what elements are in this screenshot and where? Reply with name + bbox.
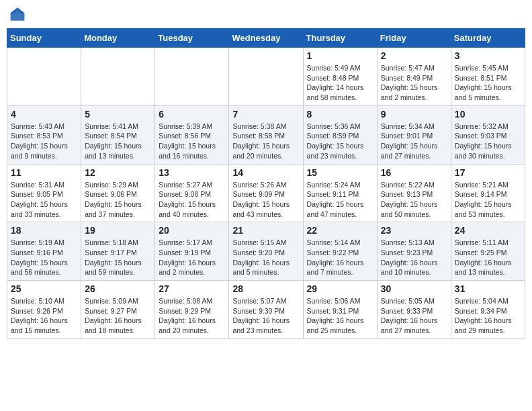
- day-number: 6: [159, 109, 225, 120]
- calendar-cell: [81, 48, 155, 106]
- day-number: 30: [381, 283, 447, 294]
- day-info: Sunrise: 5:22 AMSunset: 9:13 PMDaylight:…: [381, 180, 447, 220]
- day-info: Sunrise: 5:11 AMSunset: 9:25 PMDaylight:…: [455, 238, 521, 277]
- day-info: Sunrise: 5:34 AMSunset: 9:01 PMDaylight:…: [381, 122, 447, 161]
- day-number: 25: [11, 283, 77, 294]
- day-number: 4: [11, 109, 77, 120]
- weekday-header: Saturday: [451, 29, 525, 48]
- day-info: Sunrise: 5:49 AMSunset: 8:48 PMDaylight:…: [307, 63, 373, 103]
- day-number: 9: [381, 109, 447, 120]
- day-info: Sunrise: 5:41 AMSunset: 8:54 PMDaylight:…: [85, 122, 151, 161]
- weekday-header: Wednesday: [229, 29, 303, 48]
- calendar-cell: 26Sunrise: 5:09 AMSunset: 9:27 PMDayligh…: [81, 281, 155, 339]
- calendar-cell: 16Sunrise: 5:22 AMSunset: 9:13 PMDayligh…: [377, 164, 451, 222]
- day-number: 20: [159, 225, 225, 236]
- calendar-cell: 29Sunrise: 5:06 AMSunset: 9:31 PMDayligh…: [303, 281, 377, 339]
- day-info: Sunrise: 5:18 AMSunset: 9:17 PMDaylight:…: [85, 238, 151, 277]
- day-number: 2: [381, 50, 447, 61]
- day-number: 5: [85, 109, 151, 120]
- calendar-cell: [7, 48, 81, 106]
- day-number: 7: [232, 109, 299, 120]
- day-info: Sunrise: 5:26 AMSunset: 9:09 PMDaylight:…: [232, 180, 299, 220]
- day-info: Sunrise: 5:29 AMSunset: 9:06 PMDaylight:…: [85, 180, 151, 220]
- day-number: 16: [381, 167, 447, 178]
- day-info: Sunrise: 5:31 AMSunset: 9:05 PMDaylight:…: [11, 180, 77, 220]
- calendar-cell: 28Sunrise: 5:07 AMSunset: 9:30 PMDayligh…: [229, 281, 303, 339]
- calendar-cell: 6Sunrise: 5:39 AMSunset: 8:56 PMDaylight…: [155, 105, 229, 164]
- day-info: Sunrise: 5:36 AMSunset: 8:59 PMDaylight:…: [307, 122, 373, 161]
- weekday-header: Friday: [377, 29, 451, 48]
- day-number: 18: [11, 225, 77, 236]
- day-info: Sunrise: 5:13 AMSunset: 9:23 PMDaylight:…: [381, 238, 447, 277]
- calendar-cell: 13Sunrise: 5:27 AMSunset: 9:08 PMDayligh…: [155, 164, 229, 222]
- calendar-cell: 7Sunrise: 5:38 AMSunset: 8:58 PMDaylight…: [229, 105, 303, 164]
- day-number: 23: [381, 225, 447, 236]
- day-number: 17: [455, 167, 521, 178]
- weekday-header-row: SundayMondayTuesdayWednesdayThursdayFrid…: [7, 29, 525, 48]
- calendar-cell: 2Sunrise: 5:47 AMSunset: 8:49 PMDaylight…: [377, 48, 451, 106]
- calendar-cell: 14Sunrise: 5:26 AMSunset: 9:09 PMDayligh…: [229, 164, 303, 222]
- day-info: Sunrise: 5:15 AMSunset: 9:20 PMDaylight:…: [232, 238, 299, 277]
- calendar-cell: 21Sunrise: 5:15 AMSunset: 9:20 PMDayligh…: [229, 222, 303, 281]
- calendar-week-row: 4Sunrise: 5:43 AMSunset: 8:53 PMDaylight…: [7, 105, 525, 164]
- day-number: 19: [85, 225, 151, 236]
- day-info: Sunrise: 5:19 AMSunset: 9:16 PMDaylight:…: [11, 238, 77, 277]
- calendar-cell: 9Sunrise: 5:34 AMSunset: 9:01 PMDaylight…: [377, 105, 451, 164]
- calendar-cell: 25Sunrise: 5:10 AMSunset: 9:26 PMDayligh…: [7, 281, 81, 339]
- day-number: 21: [232, 225, 299, 236]
- day-info: Sunrise: 5:08 AMSunset: 9:29 PMDaylight:…: [159, 296, 225, 336]
- calendar-cell: 20Sunrise: 5:17 AMSunset: 9:19 PMDayligh…: [155, 222, 229, 281]
- weekday-header: Monday: [81, 29, 155, 48]
- weekday-header: Sunday: [7, 29, 81, 48]
- day-number: 14: [232, 167, 299, 178]
- calendar-cell: 15Sunrise: 5:24 AMSunset: 9:11 PMDayligh…: [303, 164, 377, 222]
- calendar-cell: 17Sunrise: 5:21 AMSunset: 9:14 PMDayligh…: [451, 164, 525, 222]
- day-number: 28: [232, 283, 299, 294]
- day-number: 22: [307, 225, 373, 236]
- day-number: 15: [307, 167, 373, 178]
- page-header: [7, 7, 525, 23]
- logo: [9, 7, 31, 23]
- day-info: Sunrise: 5:14 AMSunset: 9:22 PMDaylight:…: [307, 238, 373, 277]
- day-info: Sunrise: 5:45 AMSunset: 8:51 PMDaylight:…: [455, 63, 521, 103]
- day-number: 31: [455, 283, 521, 294]
- calendar-cell: 3Sunrise: 5:45 AMSunset: 8:51 PMDaylight…: [451, 48, 525, 106]
- calendar-cell: 12Sunrise: 5:29 AMSunset: 9:06 PMDayligh…: [81, 164, 155, 222]
- calendar-cell: 31Sunrise: 5:04 AMSunset: 9:34 PMDayligh…: [451, 281, 525, 339]
- day-number: 24: [455, 225, 521, 236]
- calendar-cell: 24Sunrise: 5:11 AMSunset: 9:25 PMDayligh…: [451, 222, 525, 281]
- day-number: 10: [455, 109, 521, 120]
- day-info: Sunrise: 5:47 AMSunset: 8:49 PMDaylight:…: [381, 63, 447, 103]
- calendar-cell: 4Sunrise: 5:43 AMSunset: 8:53 PMDaylight…: [7, 105, 81, 164]
- day-number: 1: [307, 50, 373, 61]
- day-info: Sunrise: 5:07 AMSunset: 9:30 PMDaylight:…: [232, 296, 299, 336]
- calendar-table: SundayMondayTuesdayWednesdayThursdayFrid…: [7, 28, 525, 339]
- day-number: 27: [159, 283, 225, 294]
- day-info: Sunrise: 5:05 AMSunset: 9:33 PMDaylight:…: [381, 296, 447, 336]
- day-info: Sunrise: 5:17 AMSunset: 9:19 PMDaylight:…: [159, 238, 225, 277]
- day-number: 11: [11, 167, 77, 178]
- day-info: Sunrise: 5:38 AMSunset: 8:58 PMDaylight:…: [232, 122, 299, 161]
- calendar-cell: 23Sunrise: 5:13 AMSunset: 9:23 PMDayligh…: [377, 222, 451, 281]
- day-info: Sunrise: 5:24 AMSunset: 9:11 PMDaylight:…: [307, 180, 373, 220]
- calendar-cell: 27Sunrise: 5:08 AMSunset: 9:29 PMDayligh…: [155, 281, 229, 339]
- calendar-cell: [155, 48, 229, 106]
- day-number: 13: [159, 167, 225, 178]
- calendar-cell: 19Sunrise: 5:18 AMSunset: 9:17 PMDayligh…: [81, 222, 155, 281]
- day-number: 12: [85, 167, 151, 178]
- calendar-cell: 18Sunrise: 5:19 AMSunset: 9:16 PMDayligh…: [7, 222, 81, 281]
- calendar-week-row: 25Sunrise: 5:10 AMSunset: 9:26 PMDayligh…: [7, 281, 525, 339]
- calendar-cell: 10Sunrise: 5:32 AMSunset: 9:03 PMDayligh…: [451, 105, 525, 164]
- day-number: 3: [455, 50, 521, 61]
- calendar-cell: [229, 48, 303, 106]
- calendar-cell: 1Sunrise: 5:49 AMSunset: 8:48 PMDaylight…: [303, 48, 377, 106]
- calendar-cell: 22Sunrise: 5:14 AMSunset: 9:22 PMDayligh…: [303, 222, 377, 281]
- calendar-cell: 30Sunrise: 5:05 AMSunset: 9:33 PMDayligh…: [377, 281, 451, 339]
- day-info: Sunrise: 5:32 AMSunset: 9:03 PMDaylight:…: [455, 122, 521, 161]
- calendar-cell: 8Sunrise: 5:36 AMSunset: 8:59 PMDaylight…: [303, 105, 377, 164]
- day-info: Sunrise: 5:04 AMSunset: 9:34 PMDaylight:…: [455, 296, 521, 336]
- day-number: 29: [307, 283, 373, 294]
- weekday-header: Thursday: [303, 29, 377, 48]
- day-number: 26: [85, 283, 151, 294]
- day-info: Sunrise: 5:39 AMSunset: 8:56 PMDaylight:…: [159, 122, 225, 161]
